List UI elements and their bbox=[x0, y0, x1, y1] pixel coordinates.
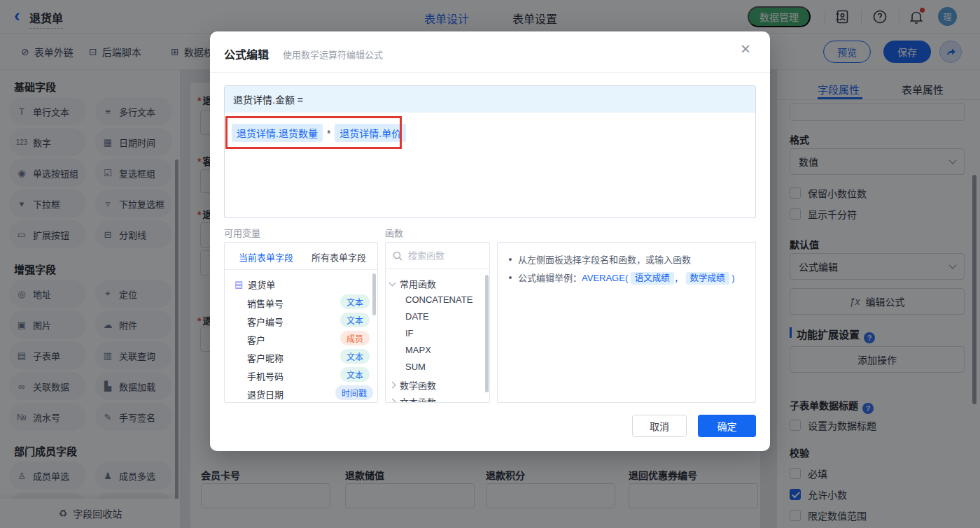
type-badge: 文本 bbox=[340, 349, 370, 364]
function-group-math[interactable]: 数学函数 bbox=[390, 378, 436, 392]
divider bbox=[225, 269, 377, 270]
variables-panel: 当前表单字段 所有表单字段 ▤ 退货单 销售单号 文本 客户编号 文本 客户 成… bbox=[224, 242, 378, 403]
variable-row-customer-nickname[interactable]: 客户昵称 bbox=[247, 351, 284, 364]
bullet-icon bbox=[509, 258, 512, 261]
function-item-concatenate[interactable]: CONCATENATE bbox=[405, 294, 472, 305]
chevron-right-icon bbox=[389, 382, 396, 389]
variables-label: 可用变量 bbox=[224, 226, 260, 239]
cancel-button[interactable]: 取消 bbox=[632, 415, 687, 437]
chevron-right-icon bbox=[389, 399, 396, 403]
function-item-date[interactable]: DATE bbox=[405, 311, 429, 322]
formula-field-token[interactable]: 退货详情.退货数量 bbox=[232, 124, 323, 142]
variable-row-customer[interactable]: 客户 bbox=[247, 333, 265, 346]
functions-label: 函数 bbox=[385, 226, 403, 239]
form-doc-icon: ▤ bbox=[234, 279, 243, 290]
function-group-text[interactable]: 文本函数 bbox=[390, 395, 436, 403]
type-badge: 文本 bbox=[340, 313, 370, 327]
type-badge: 时间戳 bbox=[335, 385, 373, 400]
function-item-if[interactable]: IF bbox=[405, 328, 414, 338]
formula-field-token[interactable]: 退货详情.单价 bbox=[335, 124, 406, 142]
modal-title: 公式编辑 bbox=[224, 45, 269, 62]
tab-current-form-fields[interactable]: 当前表单字段 bbox=[239, 250, 293, 264]
formula-edit-modal: 公式编辑 使用数学运算符编辑公式 × 退货详情.金额 = 退货详情.退货数量*退… bbox=[210, 31, 770, 451]
functions-panel: 常用函数 CONCATENATE DATE IF MAPX SUM 数学函数 文… bbox=[385, 242, 490, 403]
formula-target: 退货详情.金额 = bbox=[225, 86, 755, 113]
formula-help-panel: 从左侧面板选择字段名和函数，或输入函数 公式编辑举例：AVERAGE( 语文成绩… bbox=[497, 242, 756, 403]
type-badge: 文本 bbox=[340, 294, 370, 309]
formula-editor[interactable]: 退货详情.金额 = 退货详情.退货数量*退货详情.单价 bbox=[224, 85, 756, 218]
modal-subtitle: 使用数学运算符编辑公式 bbox=[283, 48, 383, 61]
function-item-mapx[interactable]: MAPX bbox=[405, 345, 431, 355]
formula-operator: * bbox=[327, 128, 330, 139]
function-search-input[interactable] bbox=[408, 250, 478, 261]
function-search[interactable] bbox=[386, 243, 489, 269]
formula-expression: 退货详情.退货数量*退货详情.单价 bbox=[232, 124, 406, 142]
variables-scrollbar[interactable] bbox=[372, 273, 376, 315]
bullet-icon bbox=[509, 276, 512, 279]
help-line-2: 公式编辑举例：AVERAGE( 语文成绩， 数学成绩 ) bbox=[509, 271, 735, 284]
example-field-chip: 数学成绩 bbox=[686, 272, 729, 285]
divider bbox=[210, 72, 770, 73]
tree-root-return-order[interactable]: ▤ 退货单 bbox=[234, 278, 275, 291]
help-line-1: 从左侧面板选择字段名和函数，或输入函数 bbox=[509, 252, 691, 266]
variable-row-phone-number[interactable]: 手机号码 bbox=[247, 369, 284, 383]
example-field-chip: 语文成绩 bbox=[631, 272, 674, 285]
function-item-sum[interactable]: SUM bbox=[405, 362, 426, 372]
chevron-down-icon bbox=[389, 279, 396, 286]
variable-row-sales-order-no[interactable]: 销售单号 bbox=[247, 297, 284, 310]
close-icon[interactable]: × bbox=[741, 41, 750, 57]
functions-scrollbar[interactable] bbox=[485, 275, 489, 392]
type-badge: 文本 bbox=[340, 367, 370, 382]
type-badge: 成员 bbox=[340, 331, 370, 345]
function-group-common[interactable]: 常用函数 bbox=[390, 277, 436, 290]
variable-row-customer-no[interactable]: 客户编号 bbox=[247, 315, 284, 328]
confirm-button[interactable]: 确定 bbox=[698, 415, 756, 437]
variable-row-return-date[interactable]: 退货日期 bbox=[247, 387, 284, 401]
tab-all-form-fields[interactable]: 所有表单字段 bbox=[312, 250, 366, 264]
search-icon bbox=[393, 251, 402, 261]
